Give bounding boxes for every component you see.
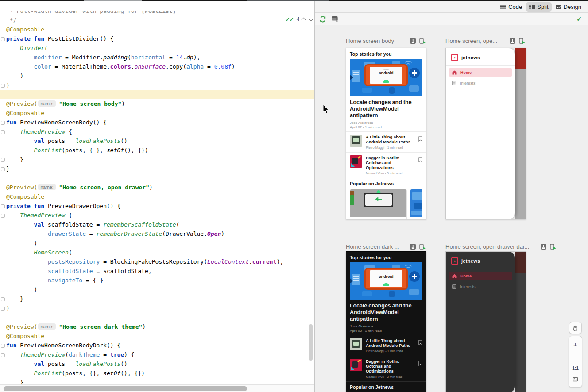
drawer-item-home[interactable]: Home [449, 68, 512, 77]
run-on-device-icon[interactable] [419, 244, 426, 250]
run-on-device-icon[interactable] [519, 38, 525, 44]
editor-horizontal-scrollbar[interactable] [0, 384, 314, 392]
zoom-to-fit-icon[interactable] [573, 377, 578, 382]
editor-preview-splitter[interactable] [314, 1, 315, 392]
popular-card[interactable]: From Java Programming Langua... Florina … [350, 189, 407, 219]
bookmark-icon[interactable] [418, 340, 422, 345]
fold-marker-icon[interactable] [1, 307, 5, 311]
fold-marker-icon[interactable] [1, 84, 5, 88]
code-line[interactable]: @Composable [0, 331, 314, 341]
code-line[interactable]: @Preview(name: "Home screen dark theme") [0, 322, 314, 331]
code-line[interactable] [0, 313, 314, 322]
refresh-previews-button[interactable] [319, 16, 326, 23]
code-line[interactable]: private fun PreviewDrawerOpen() { [0, 201, 314, 211]
code-line[interactable]: ) [0, 285, 314, 294]
fold-marker-icon[interactable] [1, 37, 5, 41]
code-line[interactable]: val scaffoldState = rememberScaffoldStat… [0, 220, 314, 229]
pan-tool-button[interactable] [569, 322, 582, 334]
code-line[interactable]: postsRepository = BlockingFakePostsRepos… [0, 257, 314, 266]
popular-card-clipped[interactable]: Loca Andr Jose Al April 0 [410, 189, 422, 219]
code-line[interactable]: HomeScreen( [0, 248, 314, 257]
code-line[interactable]: ) [0, 71, 314, 81]
zoom-out-button[interactable]: − [573, 354, 577, 360]
drawer-header: > jetnews [446, 48, 515, 66]
code-line[interactable]: ThemedPreview { [0, 211, 314, 220]
preview-layout-button[interactable] [332, 16, 339, 23]
code-line[interactable]: @Preview(name: "Home screen, open drawer… [0, 183, 314, 192]
post-thumbnail [350, 359, 362, 371]
tab-code[interactable]: Code [497, 2, 525, 12]
code-line[interactable]: } [0, 155, 314, 164]
post-row[interactable]: A Little Thing about Android Module Path… [346, 335, 426, 356]
fold-marker-icon[interactable] [1, 344, 5, 348]
code-line[interactable]: } [0, 164, 314, 173]
code-line[interactable]: } [0, 304, 314, 313]
preview-card-home-screen-dark[interactable]: Top stories for you now in android Loca [346, 251, 426, 392]
fold-marker-icon[interactable] [1, 121, 5, 125]
post-row[interactable]: Dagger in Kotlin: Gotchas and Optimizati… [346, 153, 426, 178]
bookmark-icon[interactable] [418, 136, 422, 142]
code-line[interactable]: drawerState = rememberDrawerState(Drawer… [0, 229, 314, 238]
preview-canvas[interactable]: Home screen body Home screen, ope... Hom… [315, 25, 588, 392]
post-row[interactable]: A Little Thing about Android Module Path… [346, 132, 426, 152]
zoom-in-button[interactable]: + [573, 341, 577, 348]
code-line[interactable]: } [0, 294, 314, 304]
post-row[interactable]: Dagger in Kotlin: Gotchas and Optimizati… [346, 356, 426, 381]
run-on-device-icon[interactable] [419, 38, 426, 44]
code-line[interactable]: PostList(posts, { }, setOf(), {}) [0, 146, 314, 155]
code-line[interactable]: fun PreviewHomeScreenBody() { [0, 118, 314, 127]
code-line[interactable]: @Composable [0, 192, 314, 201]
interactive-mode-icon[interactable] [410, 244, 416, 250]
code-line[interactable]: Divider( [0, 43, 314, 53]
code-line[interactable] [0, 90, 314, 99]
code-line[interactable]: @Composable [0, 108, 314, 118]
drawer-item-home[interactable]: Home [449, 272, 512, 280]
editor-vertical-scrollbar[interactable] [309, 324, 313, 361]
code-line[interactable]: scaffoldState = scaffoldState, [0, 266, 314, 276]
code-line[interactable]: fun PreviewHomeScreenBodyDark() { [0, 341, 314, 350]
preview-card-open-drawer[interactable]: > jetnews Home Interests [445, 48, 526, 219]
fold-marker-icon[interactable] [1, 214, 5, 218]
tab-split[interactable]: Split [526, 2, 551, 12]
code-line[interactable]: val posts = loadFakePosts() [0, 359, 314, 369]
code-line[interactable]: PostList(posts, {}, setOf(), {}) [0, 369, 314, 378]
interactive-mode-icon[interactable] [410, 38, 416, 44]
code-line[interactable]: navigateTo = { } [0, 276, 314, 285]
fold-marker-icon[interactable] [1, 353, 5, 357]
fold-marker-icon[interactable] [1, 130, 5, 134]
code-line[interactable]: } [0, 81, 314, 90]
drawer-item-interests[interactable]: Interests [449, 79, 512, 87]
run-on-device-icon[interactable] [550, 244, 556, 250]
fold-marker-icon[interactable] [1, 167, 5, 171]
code-line[interactable]: color = MaterialTheme.colors.onSurface.c… [0, 62, 314, 71]
code-line[interactable]: ) [0, 238, 314, 248]
interactive-mode-icon[interactable] [510, 38, 515, 44]
code-line[interactable]: @Composable [0, 25, 314, 34]
fold-marker-icon[interactable] [1, 297, 5, 301]
code-line[interactable]: modifier = Modifier.padding(horizontal =… [0, 53, 314, 62]
bookmark-icon[interactable] [418, 361, 422, 366]
tab-design[interactable]: Design [553, 2, 584, 12]
drawer-item-interests[interactable]: Interests [449, 282, 512, 291]
fold-marker-icon[interactable] [1, 204, 5, 208]
code-line[interactable]: private fun PostListDivider() { [0, 34, 314, 43]
code-line[interactable]: @Preview(name: "Home screen body") [0, 99, 314, 108]
mouse-cursor [323, 104, 329, 114]
code-line[interactable]: ThemedPreview(darkTheme = true) { [0, 350, 314, 359]
inspection-widget[interactable]: ✓ ✓ 4 [285, 16, 312, 23]
scrollbar-thumb[interactable] [4, 386, 247, 391]
code-editor[interactable]: * Full-width divider with padding for [P… [0, 1, 314, 392]
code-line[interactable]: val posts = loadFakePosts() [0, 136, 314, 146]
code-line[interactable]: */ [0, 15, 314, 25]
preview-card-home-screen-body[interactable]: Top stories for you now in android Loca [346, 48, 426, 219]
bookmark-icon[interactable] [418, 157, 422, 162]
code-line[interactable] [0, 173, 314, 183]
code-line[interactable]: * Full-width divider with padding for [P… [0, 6, 314, 15]
hero-phone: now in android [364, 268, 408, 290]
previous-problem-icon[interactable] [301, 18, 306, 23]
code-line[interactable]: ThemedPreview { [0, 127, 314, 136]
zoom-actual-size-button[interactable]: 1:1 [572, 366, 578, 371]
fold-marker-icon[interactable] [1, 158, 5, 162]
interactive-mode-icon[interactable] [541, 244, 546, 250]
preview-card-open-drawer-dark[interactable]: > jetnews Home Interests [445, 251, 526, 392]
